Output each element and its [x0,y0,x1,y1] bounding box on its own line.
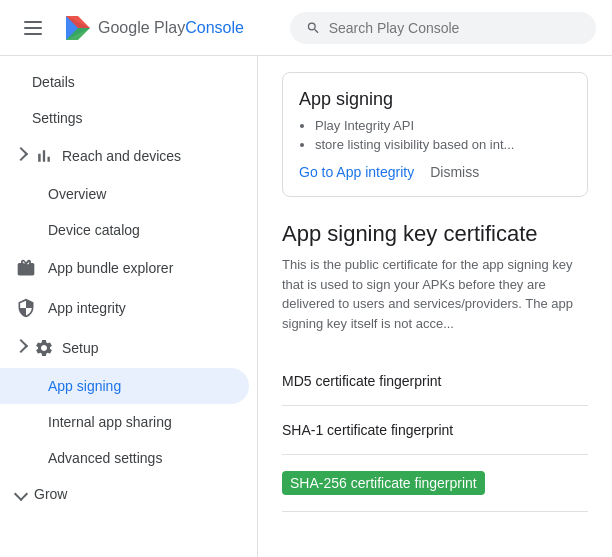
chevron-down-icon [14,147,28,161]
banner-bullet-2: store listing visibility based on int... [315,137,571,152]
logo-text: Google PlayConsole [98,19,244,37]
chevron-right-icon [14,487,28,501]
sidebar-item-setup[interactable]: Setup [0,328,257,368]
logo-console: Console [185,19,244,36]
sidebar-item-app-integrity[interactable]: App integrity [0,288,249,328]
cert-label-md5: MD5 certificate fingerprint [282,373,442,389]
banner-bullet-1: Play Integrity API [315,118,571,133]
sidebar-item-label: Internal app sharing [48,414,172,430]
sidebar-item-internal-app-sharing[interactable]: Internal app sharing [0,404,249,440]
hamburger-icon[interactable] [16,13,50,43]
sidebar-item-label: Advanced settings [48,450,162,466]
header-left: Google PlayConsole [16,12,274,44]
sidebar-item-label: Reach and devices [62,148,181,164]
sidebar-item-device-catalog[interactable]: Device catalog [0,212,249,248]
sidebar-item-label: App bundle explorer [48,260,173,276]
sidebar-item-label: Overview [48,186,106,202]
app-signing-banner: App signing Play Integrity API store lis… [282,72,588,197]
logo-play: Play [150,19,186,36]
cert-item-sha256: SHA-256 certificate fingerprint [282,455,588,512]
search-icon [306,20,321,36]
sidebar-item-label: Settings [32,110,83,126]
cert-item-md5: MD5 certificate fingerprint [282,357,588,406]
sidebar-item-label: Details [32,74,75,90]
gear-icon [34,338,54,358]
sidebar-item-label: App integrity [48,300,126,316]
play-logo-icon [62,12,94,44]
sidebar-item-grow[interactable]: Grow [0,476,257,512]
search-bar[interactable] [290,12,596,44]
logo: Google PlayConsole [62,12,244,44]
main: Details Settings Reach and devices Overv… [0,56,612,557]
bundle-icon [16,258,36,278]
sidebar-grow-label: Grow [34,486,67,502]
sidebar-item-app-bundle-explorer[interactable]: App bundle explorer [0,248,249,288]
shield-icon [16,298,36,318]
dismiss-button[interactable]: Dismiss [430,164,479,180]
sidebar-item-details[interactable]: Details [0,64,249,100]
content-area: App signing Play Integrity API store lis… [258,56,612,557]
cert-label-sha1: SHA-1 certificate fingerprint [282,422,453,438]
chevron-down-icon [14,339,28,353]
search-input[interactable] [329,20,580,36]
header: Google PlayConsole [0,0,612,56]
sidebar-item-label: Setup [62,340,99,356]
sidebar-item-reach-and-devices[interactable]: Reach and devices [0,136,257,176]
logo-google: Google [98,19,150,36]
sidebar-item-label: App signing [48,378,121,394]
sidebar-item-settings[interactable]: Settings [0,100,249,136]
sidebar-item-app-signing[interactable]: App signing [0,368,249,404]
banner-content: Play Integrity API store listing visibil… [299,118,571,152]
section-description: This is the public certificate for the a… [282,255,588,333]
section-title: App signing key certificate [282,221,588,247]
sidebar-item-label: Device catalog [48,222,140,238]
sidebar-item-overview[interactable]: Overview [0,176,249,212]
banner-title: App signing [299,89,571,110]
cert-label-sha256: SHA-256 certificate fingerprint [282,471,485,495]
cert-item-sha1: SHA-1 certificate fingerprint [282,406,588,455]
go-to-app-integrity-link[interactable]: Go to App integrity [299,164,414,180]
bar-chart-icon [34,146,54,166]
banner-actions: Go to App integrity Dismiss [299,164,571,180]
sidebar: Details Settings Reach and devices Overv… [0,56,258,557]
sidebar-item-advanced-settings[interactable]: Advanced settings [0,440,249,476]
